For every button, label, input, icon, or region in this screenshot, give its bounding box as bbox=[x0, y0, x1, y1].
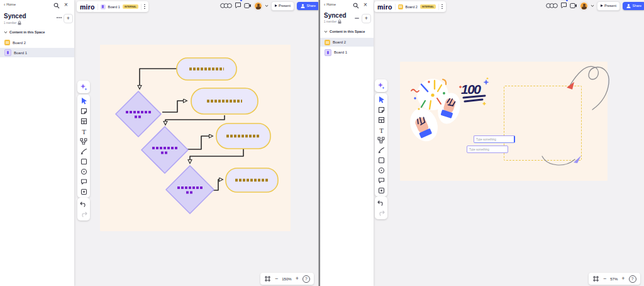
ai-sparkle-icon[interactable] bbox=[376, 81, 386, 91]
flow-node-diamond[interactable] bbox=[116, 91, 161, 137]
search-icon[interactable] bbox=[53, 3, 60, 9]
zoom-out-button[interactable]: − bbox=[603, 276, 606, 282]
curly-arrow-doodle[interactable] bbox=[558, 54, 616, 116]
video-call-icon[interactable] bbox=[570, 3, 577, 9]
flow-node-diamond[interactable] bbox=[142, 127, 188, 173]
zoom-level[interactable]: 57% bbox=[610, 277, 618, 281]
connector[interactable] bbox=[190, 149, 243, 163]
canvas-status-bar: − 57% + ? bbox=[589, 273, 640, 285]
hundred-points-doodle[interactable]: 100 bbox=[459, 77, 491, 107]
board-name[interactable]: Board 1 bbox=[108, 5, 120, 9]
search-icon[interactable] bbox=[353, 3, 359, 9]
text-tool-icon[interactable]: T bbox=[376, 125, 386, 135]
text-input[interactable] bbox=[474, 135, 515, 143]
board-menu-icon[interactable] bbox=[144, 4, 145, 9]
select-tool-icon[interactable] bbox=[79, 96, 89, 106]
templates-tool-icon[interactable] bbox=[376, 115, 386, 125]
video-call-icon[interactable] bbox=[244, 3, 252, 9]
share-button[interactable]: Share bbox=[623, 2, 644, 10]
chat-icon[interactable] bbox=[235, 0, 242, 11]
reactions-icon[interactable] bbox=[546, 3, 558, 9]
back-to-home[interactable]: ‹ Home bbox=[4, 3, 16, 6]
help-button[interactable]: ? bbox=[303, 275, 310, 283]
chevron-down-icon[interactable] bbox=[265, 4, 269, 8]
redo-icon[interactable] bbox=[79, 209, 89, 219]
stamp-tool-icon[interactable] bbox=[376, 165, 386, 175]
close-icon[interactable]: × bbox=[364, 1, 367, 8]
stamp-tool-icon[interactable] bbox=[79, 166, 89, 176]
svg-text:T: T bbox=[82, 128, 86, 135]
connector[interactable] bbox=[165, 115, 225, 125]
select-tool-icon[interactable] bbox=[376, 94, 386, 105]
celebration-hands-sticker[interactable] bbox=[408, 74, 463, 145]
diagramming-tool-icon[interactable] bbox=[376, 135, 386, 145]
undo-redo-card bbox=[77, 198, 90, 220]
undo-icon[interactable] bbox=[79, 199, 89, 209]
play-icon bbox=[275, 4, 277, 7]
zoom-out-button[interactable]: − bbox=[275, 276, 278, 282]
shapes-tool-icon[interactable] bbox=[79, 156, 89, 166]
space-menu-icon[interactable] bbox=[355, 18, 359, 19]
flow-node-diamond[interactable] bbox=[166, 166, 214, 214]
frames-tool-icon[interactable] bbox=[376, 185, 386, 195]
board-title-bar: miro Board 2 INTERNAL bbox=[374, 1, 446, 12]
board-thumbnail-icon bbox=[325, 49, 331, 56]
person-icon bbox=[301, 4, 305, 8]
space-menu-icon[interactable] bbox=[57, 17, 62, 18]
miro-logo[interactable]: miro bbox=[80, 3, 95, 11]
comment-tool-icon[interactable] bbox=[79, 176, 89, 186]
sidebar-item-board-2[interactable]: Board 2 bbox=[320, 38, 374, 47]
divider bbox=[438, 4, 439, 10]
sidebar-item-board-1[interactable]: Board 1 bbox=[0, 48, 74, 57]
connector[interactable] bbox=[140, 69, 177, 89]
sticky-note-tool-icon[interactable] bbox=[79, 106, 89, 116]
shapes-tool-icon[interactable] bbox=[376, 155, 386, 165]
diagramming-tool-icon[interactable] bbox=[79, 136, 89, 146]
redo-icon[interactable] bbox=[376, 208, 386, 218]
section-header[interactable]: Content in this Space bbox=[4, 30, 45, 34]
connector[interactable] bbox=[187, 136, 213, 149]
miro-logo[interactable]: miro bbox=[377, 3, 392, 11]
avatar[interactable] bbox=[254, 2, 262, 10]
present-button[interactable]: Present bbox=[597, 1, 620, 11]
curved-arrow-doodle[interactable] bbox=[536, 152, 585, 170]
frames-overview-icon[interactable] bbox=[264, 275, 271, 282]
board-name[interactable]: Board 2 bbox=[406, 5, 418, 9]
frames-tool-icon[interactable] bbox=[79, 186, 89, 197]
sticky-note-tool-icon[interactable] bbox=[376, 105, 386, 115]
sidebar-item-board-1[interactable]: Board 1 bbox=[320, 48, 374, 57]
frames-overview-icon[interactable] bbox=[592, 275, 599, 282]
text-input[interactable] bbox=[467, 146, 508, 153]
main-toolbar: T bbox=[375, 93, 387, 197]
comment-tool-icon[interactable] bbox=[376, 175, 386, 185]
board-menu-icon[interactable] bbox=[441, 4, 443, 9]
undo-icon[interactable] bbox=[376, 198, 386, 208]
ai-sparkle-icon[interactable] bbox=[79, 82, 89, 92]
close-icon[interactable]: × bbox=[64, 1, 68, 8]
zoom-in-button[interactable]: + bbox=[296, 276, 299, 282]
section-header[interactable]: Content in this Space bbox=[324, 30, 365, 33]
reactions-icon[interactable] bbox=[220, 3, 232, 9]
text-tool-icon[interactable]: T bbox=[79, 126, 89, 136]
zoom-in-button[interactable]: + bbox=[621, 276, 625, 282]
sidebar-item-board-2[interactable]: Board 2 bbox=[0, 38, 74, 47]
templates-tool-icon[interactable] bbox=[79, 116, 89, 126]
add-board-button[interactable]: + bbox=[362, 14, 371, 23]
connector[interactable] bbox=[162, 101, 187, 112]
share-button[interactable]: Share bbox=[297, 2, 318, 10]
back-to-home[interactable]: ‹ Home bbox=[324, 3, 336, 6]
add-board-button[interactable]: + bbox=[64, 14, 73, 23]
zoom-level[interactable]: 150% bbox=[282, 277, 291, 281]
hundred-text: 100 bbox=[461, 82, 481, 96]
chevron-down-icon[interactable] bbox=[591, 4, 594, 8]
help-button[interactable]: ? bbox=[629, 275, 636, 283]
chevron-down-icon bbox=[4, 31, 8, 34]
connector[interactable] bbox=[213, 180, 223, 190]
pen-tool-icon[interactable] bbox=[79, 146, 89, 156]
board-thumbnail-icon bbox=[4, 49, 11, 56]
avatar[interactable] bbox=[580, 2, 588, 10]
pen-tool-icon[interactable] bbox=[376, 145, 386, 155]
flowchart-diagram[interactable] bbox=[97, 38, 299, 233]
chat-icon[interactable] bbox=[560, 0, 567, 11]
present-button[interactable]: Present bbox=[271, 1, 294, 11]
